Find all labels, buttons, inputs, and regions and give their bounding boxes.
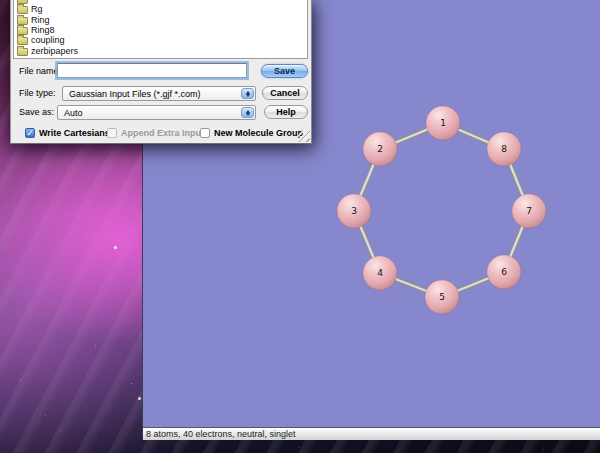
file-type-label: File type: (19, 86, 63, 100)
folder-icon (17, 27, 28, 35)
file-list-item-ring[interactable]: Ring (14, 15, 307, 25)
checkbox-unchecked-icon[interactable] (200, 128, 210, 138)
cancel-button[interactable]: Cancel (262, 86, 308, 100)
file-list-item-ring8[interactable]: Ring8 (14, 25, 307, 35)
file-list[interactable]: RgRingRing8couplingzerbipapers (13, 0, 308, 59)
file-list-item-label: coupling (31, 35, 65, 45)
atom-label: 6 (501, 267, 507, 277)
file-list-item-zerbipapers[interactable]: zerbipapers (14, 45, 307, 55)
status-text: 8 atoms, 40 electrons, neutral, singlet (146, 429, 296, 439)
file-name-input[interactable] (57, 63, 247, 78)
atom-5[interactable]: 5 (425, 280, 459, 314)
checkbox-label: Write Cartesians (39, 128, 110, 138)
help-button[interactable]: Help (264, 105, 308, 119)
file-list-item-rg[interactable]: Rg (14, 4, 307, 14)
atom-6[interactable]: 6 (487, 255, 521, 289)
folder-icon (17, 6, 28, 14)
file-list-item-coupling[interactable]: coupling (14, 35, 307, 45)
save-as-select[interactable]: Auto (57, 105, 256, 120)
save-button[interactable]: Save (261, 64, 308, 78)
stepper-arrows-icon (241, 88, 254, 99)
checkbox-unchecked-icon (107, 128, 117, 138)
folder-icon (17, 17, 28, 25)
atom-label: 2 (377, 144, 383, 154)
atom-label: 8 (501, 144, 507, 154)
file-list-item-label: zerbipapers (31, 46, 78, 56)
resize-grip[interactable] (298, 130, 310, 142)
atom-3[interactable]: 3 (337, 194, 371, 228)
append-extra-input-checkbox: Append Extra Input (107, 128, 204, 138)
atom-7[interactable]: 7 (512, 194, 546, 228)
checkbox-label: Append Extra Input (121, 128, 204, 138)
atom-2[interactable]: 2 (363, 132, 397, 166)
folder-icon (17, 48, 28, 56)
atom-4[interactable]: 4 (363, 256, 397, 290)
atom-label: 3 (351, 206, 357, 216)
atom-1[interactable]: 1 (426, 106, 460, 140)
wallpaper-stars (0, 0, 1, 1)
new-molecule-group-checkbox[interactable]: New Molecule Group (200, 128, 303, 138)
file-list-item-label: Rg (31, 4, 43, 14)
atom-label: 1 (440, 118, 446, 128)
status-bar: 8 atoms, 40 electrons, neutral, singlet (143, 427, 600, 440)
folder-icon (17, 37, 28, 45)
stepper-arrows-icon (241, 107, 254, 118)
file-type-select[interactable]: Gaussian Input Files (*.gjf *.com) (62, 86, 256, 101)
file-list-item-label: Ring (31, 15, 50, 25)
checkbox-label: New Molecule Group (214, 128, 303, 138)
file-list-item-label: Ring8 (31, 25, 55, 35)
atom-label: 4 (377, 268, 383, 278)
atom-label: 7 (526, 206, 532, 216)
checkbox-checked-icon[interactable]: ✓ (25, 128, 35, 138)
atom-label: 5 (439, 292, 445, 302)
save-file-dialog: RgRingRing8couplingzerbipapers File name… (10, 0, 312, 144)
write-cartesians-checkbox[interactable]: ✓Write Cartesians (25, 128, 110, 138)
save-as-value: Auto (64, 108, 83, 118)
atom-8[interactable]: 8 (487, 132, 521, 166)
file-type-value: Gaussian Input Files (*.gjf *.com) (69, 89, 201, 99)
